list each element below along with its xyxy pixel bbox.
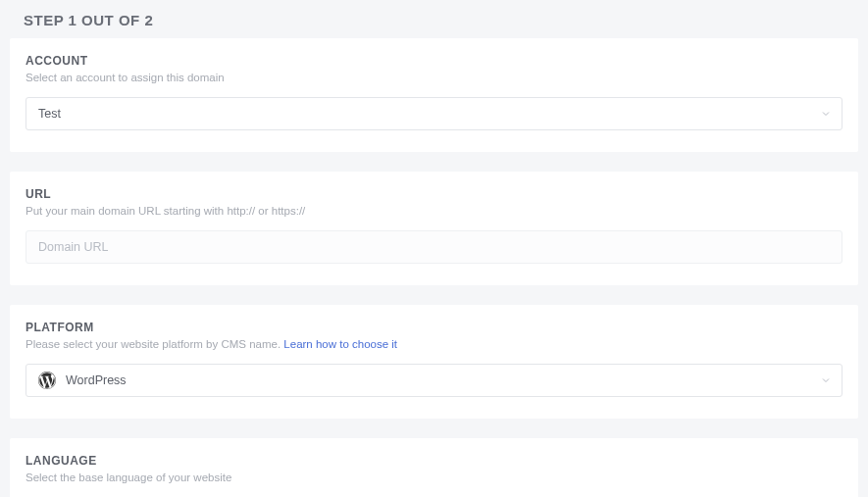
platform-card: Platform Please select your website plat… (10, 305, 858, 419)
platform-select[interactable]: WordPress (26, 364, 842, 397)
page-title: Step 1 out of 2 (0, 0, 868, 38)
account-hint: Select an account to assign this domain (26, 72, 842, 83)
account-select-value: Test (38, 107, 61, 121)
chevron-down-icon (820, 374, 832, 386)
platform-learn-link[interactable]: Learn how to choose it (283, 338, 397, 350)
platform-label: Platform (26, 321, 842, 334)
platform-select-value: WordPress (66, 373, 127, 387)
platform-hint: Please select your website platform by C… (26, 338, 842, 350)
language-label: Language (26, 454, 842, 468)
chevron-down-icon (820, 108, 832, 120)
account-card: Account Select an account to assign this… (10, 38, 858, 152)
platform-hint-text: Please select your website platform by C… (26, 338, 283, 350)
url-input[interactable] (26, 230, 842, 264)
language-hint: Select the base language of your website (26, 472, 842, 483)
url-label: URL (26, 187, 842, 201)
wordpress-icon (38, 372, 56, 389)
account-select[interactable]: Test (26, 97, 842, 130)
url-hint: Put your main domain URL starting with h… (26, 205, 842, 217)
language-card: Language Select the base language of you… (10, 438, 858, 497)
url-card: URL Put your main domain URL starting wi… (10, 172, 858, 285)
account-label: Account (26, 54, 842, 68)
